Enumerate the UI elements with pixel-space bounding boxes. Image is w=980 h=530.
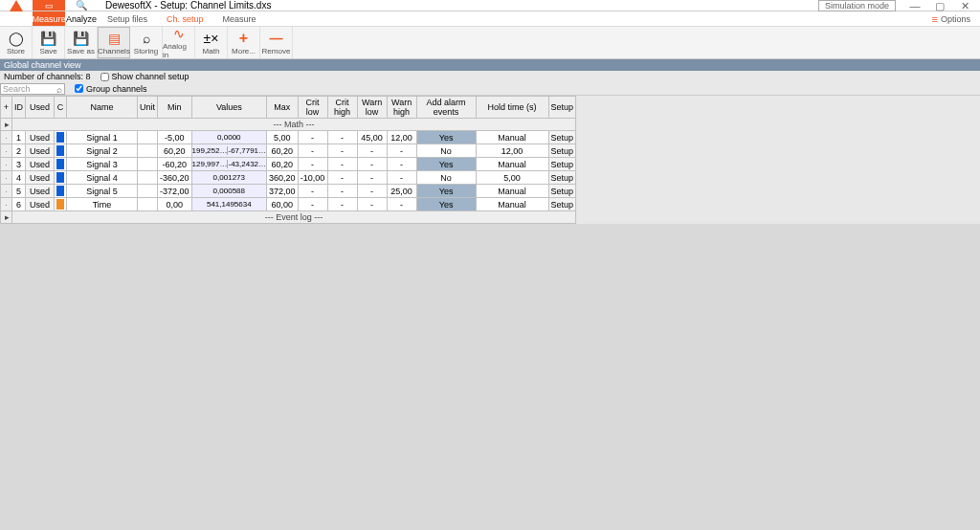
cell-alarm[interactable]: Yes: [416, 185, 476, 198]
cell-color[interactable]: [55, 158, 67, 171]
maximize-button[interactable]: ▢: [934, 0, 946, 11]
cell-setup[interactable]: Setup: [548, 198, 576, 211]
cell-crit-low[interactable]: -10,00: [298, 171, 327, 185]
row-toggle[interactable]: ·: [1, 144, 12, 158]
col-id[interactable]: ID: [12, 97, 26, 119]
cell-max[interactable]: 372,00: [267, 185, 299, 198]
col-values[interactable]: Values: [191, 97, 267, 119]
cell-warn-high[interactable]: -: [387, 171, 416, 185]
channels-button[interactable]: ▤Channels: [98, 27, 130, 58]
tab-measure2[interactable]: Measure: [213, 14, 266, 24]
close-button[interactable]: ✕: [959, 0, 970, 11]
cell-color[interactable]: [55, 131, 67, 144]
save-button[interactable]: 💾Save: [33, 27, 65, 58]
col-min[interactable]: Min: [158, 97, 192, 119]
cell-name[interactable]: Time: [67, 198, 138, 211]
cell-name[interactable]: Signal 2: [67, 144, 138, 158]
measure-tab-top[interactable]: ▭: [33, 0, 65, 11]
cell-crit-low[interactable]: -: [298, 158, 327, 171]
cell-unit[interactable]: [138, 171, 158, 185]
save-as-button[interactable]: 💾Save as: [65, 27, 98, 58]
col-name[interactable]: Name: [67, 97, 138, 119]
cell-used[interactable]: Used: [26, 158, 55, 171]
cell-crit-high[interactable]: -: [327, 185, 357, 198]
col-crit-high[interactable]: Crit high: [327, 97, 357, 119]
minimize-button[interactable]: —: [909, 0, 921, 11]
cell-hold[interactable]: Manual: [476, 198, 548, 211]
cell-setup[interactable]: Setup: [548, 171, 576, 185]
cell-name[interactable]: Signal 4: [67, 171, 138, 185]
col-used[interactable]: Used: [26, 97, 55, 119]
cell-max[interactable]: 60,20: [267, 158, 299, 171]
cell-alarm[interactable]: Yes: [416, 158, 476, 171]
cell-name[interactable]: Signal 3: [67, 158, 138, 171]
store-button[interactable]: ◯Store: [0, 27, 33, 58]
section-event-log[interactable]: ▸--- Event log ---: [1, 211, 576, 224]
col-max[interactable]: Max: [267, 97, 299, 119]
tab-ch-setup[interactable]: Ch. setup: [157, 14, 213, 24]
cell-name[interactable]: Signal 5: [67, 185, 138, 198]
cell-max[interactable]: 360,20: [267, 171, 299, 185]
show-channel-setup-checkbox[interactable]: Show channel setup: [100, 72, 189, 81]
analyze-tab-top[interactable]: 🔍: [65, 0, 98, 11]
cell-crit-low[interactable]: -: [298, 185, 327, 198]
col-color[interactable]: C: [55, 97, 67, 119]
cell-setup[interactable]: Setup: [548, 158, 576, 171]
cell-max[interactable]: 5,00: [267, 131, 299, 144]
cell-setup[interactable]: Setup: [548, 185, 576, 198]
group-channels-checkbox[interactable]: Group channels: [75, 84, 147, 94]
cell-warn-high[interactable]: -: [387, 158, 416, 171]
cell-crit-low[interactable]: -: [298, 131, 327, 144]
more-button[interactable]: +More...: [228, 27, 260, 58]
row-toggle[interactable]: ·: [1, 185, 12, 198]
cell-alarm[interactable]: No: [416, 144, 476, 158]
tab-measure[interactable]: Measure: [33, 11, 65, 26]
cell-hold[interactable]: Manual: [476, 158, 548, 171]
cell-min[interactable]: 0,00: [158, 198, 192, 211]
row-toggle[interactable]: ·: [1, 131, 12, 144]
col-setup[interactable]: Setup: [548, 97, 576, 119]
cell-crit-high[interactable]: -: [327, 158, 357, 171]
cell-crit-high[interactable]: -: [327, 198, 357, 211]
cell-hold[interactable]: Manual: [476, 185, 548, 198]
cell-crit-high[interactable]: -: [327, 171, 357, 185]
row-toggle[interactable]: ·: [1, 171, 12, 185]
cell-alarm[interactable]: Yes: [416, 131, 476, 144]
search-input[interactable]: Search ⌕: [0, 83, 65, 95]
cell-warn-low[interactable]: -: [357, 144, 387, 158]
cell-unit[interactable]: [138, 144, 158, 158]
cell-warn-low[interactable]: -: [357, 185, 387, 198]
cell-used[interactable]: Used: [26, 131, 55, 144]
cell-color[interactable]: [55, 185, 67, 198]
cell-color[interactable]: [55, 144, 67, 158]
cell-unit[interactable]: [138, 158, 158, 171]
col-plus[interactable]: +: [1, 97, 12, 119]
tab-setup-files[interactable]: Setup files: [98, 14, 157, 24]
cell-used[interactable]: Used: [26, 185, 55, 198]
storing-button[interactable]: ⌕Storing: [130, 27, 163, 58]
cell-setup[interactable]: Setup: [548, 131, 576, 144]
cell-hold[interactable]: 5,00: [476, 171, 548, 185]
section-math[interactable]: ▸ --- Math ---: [1, 119, 576, 131]
cell-crit-high[interactable]: -: [327, 131, 357, 144]
cell-setup[interactable]: Setup: [548, 144, 576, 158]
row-toggle[interactable]: ·: [1, 158, 12, 171]
cell-color[interactable]: [55, 198, 67, 211]
cell-crit-low[interactable]: -: [298, 198, 327, 211]
cell-warn-low[interactable]: -: [357, 171, 387, 185]
math-button[interactable]: ±×Math: [195, 27, 228, 58]
col-alarm[interactable]: Add alarm events: [416, 97, 476, 119]
row-toggle[interactable]: ·: [1, 198, 12, 211]
cell-unit[interactable]: [138, 185, 158, 198]
cell-crit-low[interactable]: -: [298, 144, 327, 158]
cell-unit[interactable]: [138, 131, 158, 144]
cell-warn-low[interactable]: -: [357, 158, 387, 171]
cell-warn-low[interactable]: -: [357, 198, 387, 211]
cell-warn-high[interactable]: -: [387, 144, 416, 158]
cell-warn-high[interactable]: 12,00: [387, 131, 416, 144]
cell-crit-high[interactable]: -: [327, 144, 357, 158]
cell-max[interactable]: 60,00: [267, 198, 299, 211]
remove-button[interactable]: —Remove: [260, 27, 293, 58]
cell-used[interactable]: Used: [26, 171, 55, 185]
cell-min[interactable]: 60,20: [158, 144, 192, 158]
